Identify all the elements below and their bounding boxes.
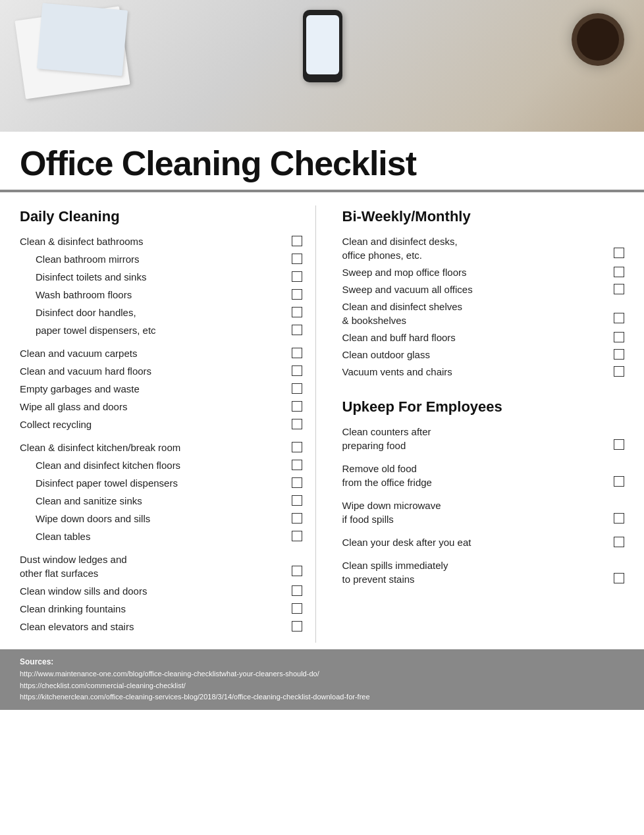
bathroom-subitems: Clean bathroom mirrors Disinfect toilets…: [20, 252, 302, 337]
sources-title: Sources:: [20, 656, 624, 668]
checkbox[interactable]: [292, 254, 302, 264]
checkbox[interactable]: [614, 513, 624, 524]
checkbox[interactable]: [614, 284, 624, 294]
item-label: Disinfect door handles,: [36, 306, 286, 319]
item-label: Vacuum vents and chairs: [342, 365, 609, 379]
checkbox[interactable]: [292, 513, 302, 524]
employee-section-title: Upkeep For Employees: [342, 398, 625, 416]
checkbox[interactable]: [614, 248, 624, 258]
list-item: Clean and vacuum carpets: [20, 346, 302, 360]
list-item: Disinfect paper towel dispensers: [36, 476, 302, 490]
list-item: Clean and disinfect shelves& bookshelves: [342, 300, 625, 327]
item-label: Clean and vacuum carpets: [20, 346, 286, 360]
checkbox[interactable]: [614, 537, 624, 547]
list-item: Wipe all glass and doors: [20, 400, 302, 414]
right-column: Bi-Weekly/Monthly Clean and disinfect de…: [336, 205, 625, 643]
checkbox[interactable]: [292, 495, 302, 506]
checkbox[interactable]: [614, 366, 624, 377]
item-label: paper towel dispensers, etc: [36, 323, 286, 337]
checkbox[interactable]: [292, 603, 302, 614]
item-label: Clean and vacuum hard floors: [20, 364, 286, 378]
phone-decoration: [303, 10, 342, 82]
checkbox[interactable]: [614, 349, 624, 360]
checkbox[interactable]: [292, 419, 302, 429]
item-label: Clean and sanitize sinks: [36, 494, 286, 508]
checkbox[interactable]: [614, 267, 624, 277]
checkbox[interactable]: [292, 289, 302, 300]
title-bar: Office Cleaning Checklist: [0, 132, 644, 192]
item-label: Empty garbages and waste: [20, 382, 286, 396]
checkbox[interactable]: [292, 585, 302, 596]
list-item: Clean and disinfect desks,office phones,…: [342, 234, 625, 262]
list-item: Collect recycling: [20, 418, 302, 431]
list-item: Clean and vacuum hard floors: [20, 364, 302, 378]
item-label: Clean and disinfect kitchen floors: [36, 458, 286, 472]
source-link-1: http://www.maintenance-one.com/blog/offi…: [20, 668, 624, 680]
checkbox[interactable]: [614, 476, 624, 487]
item-label: Wipe all glass and doors: [20, 400, 286, 414]
item-label: Clean your desk after you eat: [342, 535, 609, 549]
checkbox[interactable]: [292, 271, 302, 282]
checkbox[interactable]: [614, 313, 624, 323]
list-item: Clean tables: [36, 529, 302, 543]
daily-cleaning-column: Daily Cleaning Clean & disinfect bathroo…: [20, 205, 316, 643]
item-label: Clean outdoor glass: [342, 348, 609, 362]
item-label: Clean elevators and stairs: [20, 620, 286, 633]
biweekly-group: Clean and disinfect desks,office phones,…: [342, 234, 625, 379]
item-label: Clean and disinfect shelves& bookshelves: [342, 300, 609, 327]
source-link-2: https://checklist.com/commercial-cleanin…: [20, 680, 624, 692]
checkbox[interactable]: [292, 365, 302, 376]
bathrooms-group: Clean & disinfect bathrooms Clean bathro…: [20, 234, 302, 337]
footer: Sources: http://www.maintenance-one.com/…: [0, 649, 644, 710]
item-label: Collect recycling: [20, 418, 286, 431]
list-item: Dust window ledges andother flat surface…: [20, 552, 302, 580]
checkbox[interactable]: [292, 307, 302, 317]
daily-misc-group: Dust window ledges andother flat surface…: [20, 552, 302, 633]
checkbox[interactable]: [292, 460, 302, 470]
list-item: Clean & disinfect bathrooms: [20, 234, 302, 248]
checkbox[interactable]: [614, 332, 624, 342]
checkbox[interactable]: [614, 439, 624, 450]
item-label: Wash bathroom floors: [36, 288, 286, 302]
item-label: Disinfect paper towel dispensers: [36, 476, 286, 490]
item-label: Dust window ledges andother flat surface…: [20, 552, 286, 580]
list-item: paper towel dispensers, etc: [36, 323, 302, 337]
item-label: Clean spills immediatelyto prevent stain…: [342, 558, 609, 586]
item-label: Sweep and mop office floors: [342, 265, 609, 279]
checkbox[interactable]: [292, 401, 302, 412]
list-item: Wipe down microwaveif food spills: [342, 498, 625, 526]
list-item: Clean counters afterpreparing food: [342, 425, 625, 452]
coffee-cup-decoration: [572, 13, 624, 66]
item-label: Wipe down doors and sills: [36, 512, 286, 525]
item-label: Remove old foodfrom the office fridge: [342, 462, 609, 489]
item-label: Clean and buff hard floors: [342, 331, 609, 344]
checkbox[interactable]: [292, 348, 302, 358]
biweekly-section-title: Bi-Weekly/Monthly: [342, 208, 625, 225]
checkbox[interactable]: [614, 573, 624, 583]
phone-screen: [306, 15, 339, 74]
checkbox[interactable]: [292, 442, 302, 452]
checkbox[interactable]: [292, 566, 302, 576]
item-label: Wipe down microwaveif food spills: [342, 498, 609, 526]
item-label: Clean counters afterpreparing food: [342, 425, 609, 452]
item-label: Clean drinking fountains: [20, 602, 286, 616]
daily-section-title: Daily Cleaning: [20, 208, 302, 225]
checkbox[interactable]: [292, 531, 302, 541]
kitchen-subitems: Clean and disinfect kitchen floors Disin…: [20, 458, 302, 543]
list-item: Disinfect toilets and sinks: [36, 270, 302, 284]
checkbox[interactable]: [292, 325, 302, 335]
list-item: Clean & disinfect kitchen/break room: [20, 441, 302, 454]
employee-group: Clean counters afterpreparing food Remov…: [342, 425, 625, 586]
page-title: Office Cleaning Checklist: [20, 144, 624, 183]
checkbox[interactable]: [292, 477, 302, 488]
list-item: Disinfect door handles,: [36, 306, 302, 319]
checkbox[interactable]: [292, 383, 302, 394]
list-item: Clean and buff hard floors: [342, 331, 625, 344]
checkbox[interactable]: [292, 621, 302, 632]
kitchen-group: Clean & disinfect kitchen/break room Cle…: [20, 441, 302, 543]
item-label: Clean bathroom mirrors: [36, 252, 286, 266]
checkbox[interactable]: [292, 236, 302, 246]
item-label: Disinfect toilets and sinks: [36, 270, 286, 284]
list-item: Wash bathroom floors: [36, 288, 302, 302]
list-item: Clean bathroom mirrors: [36, 252, 302, 266]
